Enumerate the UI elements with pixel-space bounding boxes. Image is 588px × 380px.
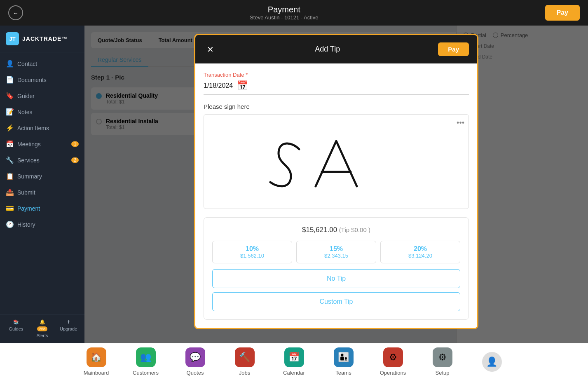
back-icon: ←	[13, 10, 18, 16]
content-area: Quote/Job Status Total Amount 0 Recurrin…	[84, 26, 588, 343]
sidebar-item-label: Notes	[17, 109, 33, 115]
page-title: Payment	[250, 5, 318, 14]
amount-section: $15,621.00 (Tip $0.00 ) 10% $1,562.10 15…	[204, 217, 469, 320]
jobs-icon: 🔨	[235, 347, 255, 367]
summary-icon: 📋	[6, 172, 13, 180]
no-tip-button[interactable]: No Tip	[212, 269, 460, 288]
modal-pay-button[interactable]: Pay	[438, 42, 469, 56]
sidebar-item-label: Meetings	[17, 141, 41, 148]
modal-header: ✕ Add Tip Pay	[195, 35, 477, 63]
signature-box[interactable]: •••	[204, 114, 469, 209]
payment-icon: 💳	[6, 204, 13, 212]
customers-label: Customers	[133, 370, 159, 376]
sidebar-item-contact[interactable]: 👤 Contact	[0, 56, 84, 72]
modal-title: Add Tip	[217, 45, 438, 54]
sidebar-item-label: Payment	[17, 205, 40, 212]
signature-canvas	[258, 124, 415, 199]
nav-setup[interactable]: ⚙ Setup	[418, 344, 467, 379]
modal-close-button[interactable]: ✕	[204, 43, 217, 56]
user-avatar: 👤	[482, 352, 502, 372]
services-badge: 2	[71, 157, 79, 163]
nav-teams[interactable]: 👨‍👦 Teams	[319, 344, 368, 379]
sidebar-bottom: 📚 Guides 🔔 268 Alerts ⬆ Upgrade	[0, 314, 84, 343]
tip-pct-15: 15%	[301, 245, 372, 253]
sidebar-item-action-items[interactable]: ⚡ Action Items	[0, 120, 84, 136]
tip-pct-20: 20%	[385, 245, 456, 253]
signature-label: Please sign here	[204, 103, 469, 110]
nav-avatar[interactable]: 👤	[467, 349, 517, 375]
quotes-label: Quotes	[187, 370, 204, 376]
sidebar-item-label: Documents	[17, 77, 47, 83]
transaction-date-field: 1/18/2024 📅	[204, 80, 469, 95]
sidebar-item-documents[interactable]: 📄 Documents	[0, 72, 84, 88]
alerts-badge: 268	[37, 326, 47, 331]
sidebar-item-label: Summary	[17, 173, 42, 180]
alerts-button[interactable]: 🔔 268 Alerts	[31, 319, 54, 338]
calendar-label: Calendar	[283, 370, 305, 376]
meetings-icon: 📅	[6, 140, 13, 148]
sidebar-item-guider[interactable]: 🔖 Guider	[0, 88, 84, 104]
nav-operations[interactable]: ⚙ Operations	[368, 344, 418, 379]
operations-label: Operations	[380, 370, 406, 376]
sidebar-item-services[interactable]: 🔧 Services 2	[0, 152, 84, 168]
main-layout: JT JACKTRADE™ 👤 Contact 📄 Documents 🔖 Gu…	[0, 26, 588, 343]
nav-mainboard[interactable]: 🏠 Mainboard	[72, 344, 121, 379]
tip-option-15[interactable]: 15% $2,343.15	[296, 241, 376, 263]
transaction-date-value: 1/18/2024	[204, 82, 233, 89]
teams-icon: 👨‍👦	[334, 347, 354, 367]
add-tip-modal: ✕ Add Tip Pay Transaction Date * 1/18/20…	[194, 34, 478, 329]
upgrade-button[interactable]: ⬆ Upgrade	[57, 319, 80, 338]
header-pay-button[interactable]: Pay	[545, 5, 580, 21]
operations-icon: ⚙	[383, 347, 403, 367]
nav-customers[interactable]: 👥 Customers	[121, 344, 171, 379]
logo-text: JACKTRADE™	[22, 35, 68, 42]
mainboard-label: Mainboard	[84, 370, 109, 376]
mainboard-icon: 🏠	[87, 347, 106, 367]
sidebar-item-payment[interactable]: 💳 Payment	[0, 200, 84, 216]
logo-icon: JT	[6, 32, 19, 45]
tip-pct-10: 10%	[217, 245, 288, 253]
sidebar-item-label: Submit	[17, 189, 35, 196]
sidebar-item-label: Guider	[17, 93, 35, 99]
meetings-badge: 1	[71, 141, 79, 147]
contact-icon: 👤	[6, 60, 13, 68]
guides-label: Guides	[9, 326, 23, 331]
documents-icon: 📄	[6, 76, 13, 84]
sidebar-item-submit[interactable]: 📤 Submit	[0, 184, 84, 200]
sidebar: JT JACKTRADE™ 👤 Contact 📄 Documents 🔖 Gu…	[0, 26, 84, 343]
modal-overlay: ✕ Add Tip Pay Transaction Date * 1/18/20…	[84, 26, 588, 343]
sidebar-item-label: Action Items	[17, 125, 49, 131]
calendar-icon[interactable]: 📅	[237, 80, 248, 91]
header-center: Payment Steve Austin - 10121 - Active	[250, 5, 318, 21]
nav-quotes[interactable]: 💬 Quotes	[171, 344, 220, 379]
guides-button[interactable]: 📚 Guides	[5, 319, 27, 338]
sidebar-logo: JT JACKTRADE™	[0, 26, 84, 52]
upgrade-icon: ⬆	[67, 319, 70, 325]
sidebar-nav: 👤 Contact 📄 Documents 🔖 Guider 📝 Notes ⚡…	[0, 52, 84, 314]
sidebar-item-label: History	[17, 221, 35, 228]
calendar-nav-icon: 📅	[284, 347, 304, 367]
quotes-icon: 💬	[185, 347, 205, 367]
tip-option-10[interactable]: 10% $1,562.10	[212, 241, 292, 263]
sidebar-item-notes[interactable]: 📝 Notes	[0, 104, 84, 120]
action-items-icon: ⚡	[6, 124, 13, 132]
sidebar-item-label: Contact	[17, 61, 37, 67]
tip-options: 10% $1,562.10 15% $2,343.15 20% $3,124.2…	[212, 241, 460, 263]
sidebar-item-history[interactable]: 🕐 History	[0, 216, 84, 232]
top-header: ← Payment Steve Austin - 10121 - Active …	[0, 0, 588, 26]
sidebar-item-meetings[interactable]: 📅 Meetings 1	[0, 136, 84, 152]
notes-icon: 📝	[6, 108, 13, 116]
upgrade-label: Upgrade	[60, 326, 77, 331]
guides-icon: 📚	[13, 319, 19, 325]
tip-amt-10: $1,562.10	[217, 253, 288, 259]
nav-calendar[interactable]: 📅 Calendar	[269, 344, 319, 379]
nav-jobs[interactable]: 🔨 Jobs	[220, 344, 269, 379]
sidebar-item-summary[interactable]: 📋 Summary	[0, 168, 84, 184]
page-subtitle: Steve Austin - 10121 - Active	[250, 14, 318, 21]
custom-tip-button[interactable]: Custom Tip	[212, 292, 460, 311]
back-button[interactable]: ←	[8, 5, 23, 20]
tip-option-20[interactable]: 20% $3,124.20	[380, 241, 460, 263]
teams-label: Teams	[335, 370, 351, 376]
submit-icon: 📤	[6, 188, 13, 196]
signature-menu[interactable]: •••	[457, 119, 464, 127]
